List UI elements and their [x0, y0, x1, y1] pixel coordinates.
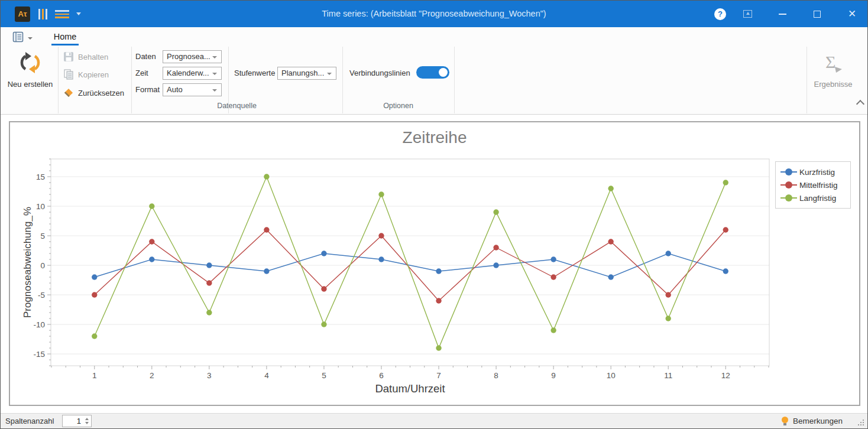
ribbon-separator — [58, 47, 59, 113]
lightbulb-icon[interactable] — [781, 417, 788, 426]
y-tick-label: 5 — [40, 232, 45, 240]
group-label-datenquelle: Datenquelle — [131, 102, 342, 111]
data-point[interactable] — [436, 298, 441, 303]
data-point[interactable] — [378, 191, 384, 197]
x-tick-label: 8 — [494, 371, 498, 380]
data-point[interactable] — [493, 262, 498, 268]
file-menu-button[interactable] — [12, 31, 35, 46]
help-button[interactable]: ? — [707, 1, 734, 27]
data-point[interactable] — [149, 256, 154, 262]
spaltenanzahl-stepper[interactable] — [62, 415, 92, 427]
maximize-icon — [814, 11, 821, 18]
data-point[interactable] — [264, 174, 269, 179]
ribbon-separator — [454, 47, 455, 113]
spin-up-icon[interactable] — [85, 418, 89, 420]
stufenwerte-dropdown[interactable]: Planungsh... — [277, 67, 336, 80]
data-point[interactable] — [149, 203, 154, 209]
data-point[interactable] — [608, 239, 613, 244]
tab-home[interactable]: Home — [51, 31, 79, 41]
collapse-ribbon-button[interactable] — [856, 100, 864, 108]
spin-down-icon[interactable] — [85, 422, 89, 424]
behalten-button[interactable]: Behalten — [63, 50, 108, 64]
data-point[interactable] — [92, 292, 97, 297]
data-point[interactable] — [550, 256, 556, 262]
refresh-icon — [18, 50, 43, 75]
file-menu-icon — [12, 31, 24, 43]
neu-erstellen-button[interactable]: Neu erstellen — [4, 47, 56, 113]
data-point[interactable] — [493, 209, 498, 214]
format-dropdown-value: Auto — [167, 85, 183, 94]
chevron-down-icon — [327, 73, 332, 75]
resize-grip[interactable] — [858, 420, 864, 425]
spaltenanzahl-input[interactable] — [63, 415, 91, 427]
format-dropdown[interactable]: Auto — [163, 83, 222, 96]
stufenwerte-dropdown-value: Planungsh... — [281, 69, 324, 77]
kopieren-label: Kopieren — [78, 70, 109, 79]
x-tick-label: 2 — [150, 371, 154, 380]
data-point[interactable] — [321, 286, 326, 291]
bemerkungen-button[interactable]: Bemerkungen — [793, 414, 843, 429]
data-point[interactable] — [206, 310, 212, 315]
data-point[interactable] — [92, 274, 97, 280]
svg-text:Σ: Σ — [825, 52, 835, 72]
data-point[interactable] — [378, 233, 384, 238]
data-point[interactable] — [378, 256, 384, 262]
float-window-button[interactable] — [734, 1, 761, 27]
plot-border — [51, 159, 769, 366]
kopieren-button[interactable]: Kopieren — [63, 67, 109, 82]
y-tick-label: 15 — [36, 173, 45, 181]
data-point[interactable] — [321, 321, 326, 327]
close-button[interactable]: ✕ — [838, 1, 866, 27]
minimize-button[interactable] — [769, 1, 796, 27]
float-window-icon — [743, 10, 752, 18]
series-line-langfristig — [95, 177, 726, 348]
behalten-label: Behalten — [78, 53, 108, 61]
data-point[interactable] — [493, 245, 498, 250]
x-tick-label: 6 — [379, 371, 384, 380]
data-point[interactable] — [608, 274, 613, 280]
data-point[interactable] — [723, 268, 728, 274]
x-tick-label: 11 — [664, 371, 672, 380]
daten-dropdown-value: Prognosea... — [167, 52, 210, 61]
data-point[interactable] — [436, 345, 441, 350]
legend-item[interactable]: Langfristig — [780, 192, 846, 204]
zeit-dropdown[interactable]: Kalenderw... — [163, 67, 222, 80]
status-bar: Spaltenanzahl Bemerkungen — [1, 413, 867, 429]
help-icon: ? — [714, 8, 726, 20]
data-point[interactable] — [666, 316, 671, 321]
legend-item[interactable]: Kurzfristig — [780, 166, 846, 178]
stufenwerte-label: Stufenwerte — [234, 69, 275, 77]
maximize-button[interactable] — [804, 1, 831, 27]
x-tick-label: 12 — [721, 371, 730, 380]
neu-erstellen-label: Neu erstellen — [4, 80, 56, 89]
time-series-chart: -15-10-5051015123456789101112 — [10, 122, 859, 405]
daten-dropdown[interactable]: Prognosea... — [163, 50, 222, 63]
data-point[interactable] — [92, 333, 97, 339]
data-point[interactable] — [264, 268, 269, 274]
legend-item[interactable]: Mittelfristig — [780, 179, 846, 191]
data-point[interactable] — [550, 274, 556, 280]
data-point[interactable] — [149, 239, 154, 244]
data-point[interactable] — [666, 292, 671, 297]
data-point[interactable] — [206, 280, 212, 285]
close-icon: ✕ — [848, 9, 856, 19]
legend-label: Mittelfristig — [799, 181, 838, 190]
app-window: Aτ Time series: (Arbeitsblatt "Prognosea… — [0, 0, 868, 429]
verbindungslinien-toggle[interactable] — [416, 66, 449, 79]
legend-marker-icon — [780, 168, 797, 176]
y-axis-title: Prognoseabweichung_% — [22, 207, 34, 318]
data-point[interactable] — [206, 262, 212, 268]
data-point[interactable] — [436, 268, 441, 274]
eraser-icon — [63, 87, 74, 98]
data-point[interactable] — [321, 251, 326, 256]
ergebnisse-button[interactable]: Σ Ergebnisse — [809, 47, 857, 113]
y-tick-label: -5 — [38, 291, 45, 300]
data-point[interactable] — [723, 180, 728, 185]
data-point[interactable] — [264, 227, 269, 232]
data-point[interactable] — [550, 327, 556, 333]
data-point[interactable] — [723, 227, 728, 232]
data-point[interactable] — [666, 251, 671, 256]
data-point[interactable] — [608, 186, 613, 191]
zuruecksetzen-button[interactable]: Zurücksetzen — [63, 86, 124, 100]
x-tick-label: 4 — [264, 371, 269, 380]
